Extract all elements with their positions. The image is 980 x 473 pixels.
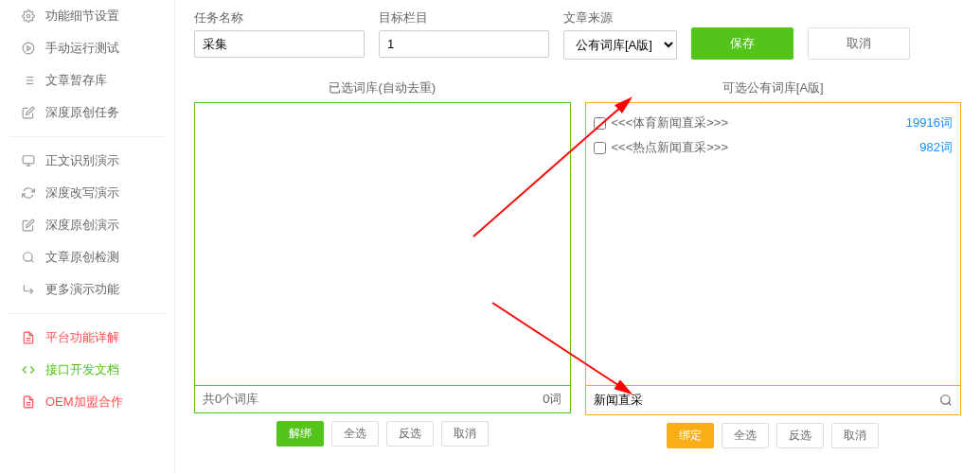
target-column-label: 目标栏目 [379, 9, 549, 26]
sidebar-item-label: 功能细节设置 [45, 8, 119, 25]
dict-label: <<<体育新闻直采>>> [612, 114, 906, 131]
dict-item[interactable]: <<<热点新闻直采>>> 982词 [594, 135, 953, 160]
svg-line-19 [949, 403, 952, 406]
select-all-button[interactable]: 全选 [331, 421, 379, 447]
panel-title: 已选词库(自动去重) [194, 74, 571, 102]
sidebar-item-text-demo[interactable]: 正文识别演示 [9, 145, 165, 177]
search-icon [19, 251, 38, 264]
sidebar-item-label: 文章暂存库 [45, 72, 107, 89]
file-icon [19, 331, 38, 344]
task-name-input[interactable] [194, 30, 365, 58]
dict-count: 19916词 [906, 114, 953, 131]
sidebar-item-label: 深度原创任务 [45, 104, 119, 121]
panel-title: 可选公有词库[A版] [585, 74, 962, 102]
article-source-select[interactable]: 公有词库[A版] [563, 30, 677, 60]
selected-dict-panel: 已选词库(自动去重) 共0个词库 0词 解绑 全选 反选 取消 [194, 74, 571, 456]
play-circle-icon [19, 42, 38, 55]
dict-item[interactable]: <<<体育新闻直采>>> 19916词 [594, 111, 953, 135]
edit-icon [19, 106, 38, 119]
selected-dict-list [194, 102, 571, 386]
dict-label: <<<热点新闻直采>>> [612, 139, 920, 156]
sidebar-item-label: 手动运行测试 [45, 40, 119, 57]
form-row: 任务名称 目标栏目 文章来源 公有词库[A版] 保存 取消 [194, 9, 961, 60]
dict-checkbox[interactable] [594, 117, 606, 130]
file-icon [19, 395, 38, 409]
sidebar-item-rewrite-demo[interactable]: 深度改写演示 [9, 177, 165, 209]
refresh-icon [19, 186, 38, 200]
sidebar-item-api-docs[interactable]: 接口开发文档 [9, 354, 165, 386]
svg-point-18 [941, 395, 950, 404]
footer-count-label: 共0个词库 [203, 391, 543, 408]
sidebar-item-label: 接口开发文档 [45, 361, 119, 378]
sidebar-item-more-demo[interactable]: 更多演示功能 [9, 273, 165, 306]
cancel-select-button[interactable]: 取消 [831, 423, 879, 448]
select-all-button[interactable]: 全选 [722, 423, 769, 448]
svg-point-0 [27, 14, 30, 18]
sidebar: 功能细节设置 手动运行测试 文章暂存库 深度原创任务 正文识别演示 深度改写演示… [0, 0, 175, 473]
main-content: 任务名称 目标栏目 文章来源 公有词库[A版] 保存 取消 已选词 [175, 0, 980, 473]
article-source-label: 文章来源 [563, 9, 677, 26]
svg-line-13 [31, 260, 34, 263]
task-name-label: 任务名称 [194, 9, 365, 26]
search-icon [939, 394, 953, 407]
footer-word-count: 0词 [543, 391, 561, 408]
sidebar-item-label: OEM加盟合作 [45, 394, 123, 411]
monitor-icon [19, 154, 38, 167]
dict-search-input[interactable] [586, 388, 933, 413]
svg-rect-9 [23, 156, 34, 164]
sliders-icon [19, 9, 38, 23]
code-icon [19, 363, 38, 377]
sidebar-item-detection[interactable]: 文章原创检测 [9, 241, 165, 273]
sidebar-item-oem[interactable]: OEM加盟合作 [9, 386, 165, 418]
list-icon [19, 74, 38, 87]
sidebar-item-settings[interactable]: 功能细节设置 [9, 0, 165, 32]
sidebar-item-label: 平台功能详解 [45, 329, 119, 346]
search-button[interactable] [932, 386, 960, 414]
invert-button[interactable]: 反选 [776, 423, 824, 448]
divider [9, 136, 165, 137]
sidebar-item-manual-run[interactable]: 手动运行测试 [9, 32, 165, 64]
sidebar-item-label: 文章原创检测 [45, 249, 119, 266]
target-column-input[interactable] [379, 30, 549, 58]
sidebar-item-label: 深度改写演示 [45, 184, 119, 201]
edit-icon [19, 219, 38, 232]
arrow-right-icon [19, 283, 38, 296]
dict-count: 982词 [919, 139, 953, 156]
dict-checkbox[interactable] [594, 142, 606, 154]
svg-point-1 [23, 43, 34, 54]
sidebar-item-label: 更多演示功能 [45, 281, 119, 298]
bind-button[interactable]: 绑定 [667, 423, 714, 448]
unbind-button[interactable]: 解绑 [276, 421, 324, 447]
available-dict-panel: 可选公有词库[A版] <<<体育新闻直采>>> 19916词 <<<热点新闻直采… [585, 74, 962, 456]
invert-button[interactable]: 反选 [386, 421, 434, 447]
save-button[interactable]: 保存 [691, 27, 793, 60]
svg-point-12 [24, 253, 32, 261]
sidebar-item-label: 深度原创演示 [45, 217, 119, 234]
divider [9, 313, 165, 314]
available-dict-list: <<<体育新闻直采>>> 19916词 <<<热点新闻直采>>> 982词 [585, 102, 962, 386]
sidebar-item-label: 正文识别演示 [45, 152, 119, 169]
cancel-button[interactable]: 取消 [808, 27, 910, 60]
sidebar-item-platform-docs[interactable]: 平台功能详解 [9, 322, 165, 354]
sidebar-item-deep-task[interactable]: 深度原创任务 [9, 96, 165, 129]
cancel-select-button[interactable]: 取消 [441, 421, 489, 447]
sidebar-item-original-demo[interactable]: 深度原创演示 [9, 209, 165, 241]
svg-marker-2 [27, 46, 30, 51]
sidebar-item-article-store[interactable]: 文章暂存库 [9, 64, 165, 96]
